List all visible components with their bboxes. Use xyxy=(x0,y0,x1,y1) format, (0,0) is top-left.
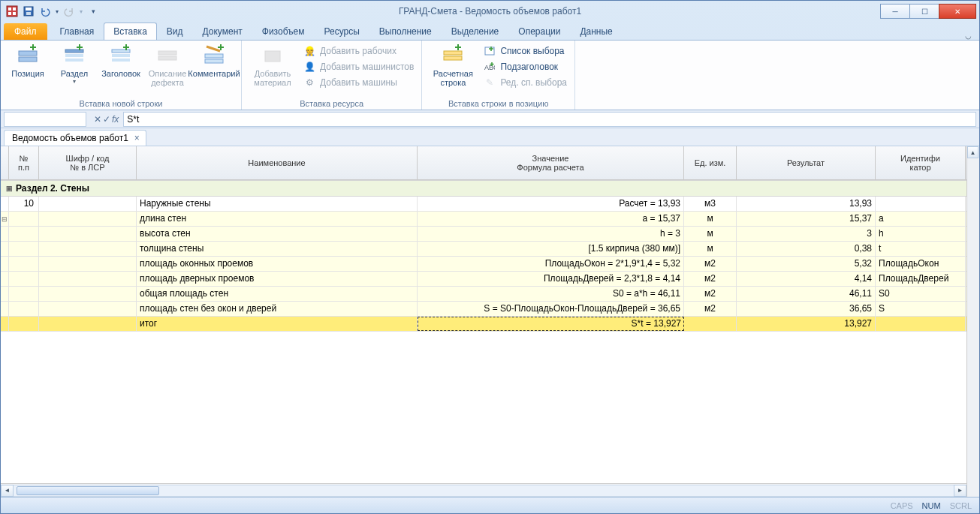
cancel-formula-icon[interactable]: ✕ xyxy=(94,114,101,125)
insert-position-button[interactable]: Позиция xyxy=(5,42,50,80)
document-tab[interactable]: Ведомость объемов работ1 × xyxy=(4,130,146,146)
status-caps: CAPS xyxy=(891,501,913,510)
undo-dropdown-icon[interactable]: ▾ xyxy=(53,3,61,20)
close-button[interactable]: ✕ xyxy=(939,4,976,19)
expand-icon[interactable] xyxy=(1,197,9,211)
scroll-right-icon[interactable]: ► xyxy=(954,485,966,497)
vertical-scrollbar[interactable]: ▲ xyxy=(966,146,979,497)
close-tab-icon[interactable]: × xyxy=(134,133,140,143)
col-value[interactable]: ЗначениеФормула расчета xyxy=(418,146,684,179)
tab-data[interactable]: Данные xyxy=(570,23,622,40)
col-id[interactable]: Идентификатор xyxy=(876,146,966,179)
status-num: NUM xyxy=(922,501,941,510)
app-window: ▾ ▾ ▾ ГРАНД-Смета - Ведомость объемов ра… xyxy=(0,0,980,514)
horizontal-scrollbar[interactable]: ◄ ► xyxy=(1,483,966,497)
group-insert-row: Позиция Раздел ▾ Заголовок Описание дефе… xyxy=(1,41,242,110)
svg-rect-20 xyxy=(205,59,223,63)
fx-icon[interactable]: fx xyxy=(112,114,119,125)
svg-rect-4 xyxy=(13,12,16,15)
add-machinists-button: 👤Добавить машинистов xyxy=(300,59,417,74)
scroll-up-icon[interactable]: ▲ xyxy=(967,146,978,158)
table-row[interactable]: толщина стены [1.5 кирпича (380 мм)] м 0… xyxy=(1,242,966,257)
table-row[interactable]: 10 Наружные стены Расчет = 13,93 м3 13,9… xyxy=(1,197,966,212)
tab-execution[interactable]: Выполнение xyxy=(369,23,442,40)
calc-row-icon xyxy=(441,44,465,68)
edit-list-icon: ✎ xyxy=(484,77,496,89)
table-row[interactable]: площадь дверных проемов ПлощадьДверей = … xyxy=(1,272,966,287)
statusbar: CAPS NUM SCRL xyxy=(1,497,979,513)
maximize-button[interactable]: ☐ xyxy=(909,4,939,19)
svg-rect-8 xyxy=(19,51,37,56)
add-machines-button: ⚙Добавить машины xyxy=(300,75,417,90)
tab-insert[interactable]: Вставка xyxy=(104,23,157,40)
subheader-icon: ABC xyxy=(484,61,496,73)
workers-icon: 👷 xyxy=(303,45,315,57)
svg-rect-16 xyxy=(112,59,130,62)
col-name[interactable]: Наименование xyxy=(137,146,418,179)
scroll-left-icon[interactable]: ◄ xyxy=(1,485,14,497)
ribbon-tabs: Файл Главная Вставка Вид Документ Физобъ… xyxy=(1,22,979,40)
svg-rect-14 xyxy=(112,50,130,53)
svg-rect-12 xyxy=(65,54,83,57)
table-row-selected[interactable]: итог S*t = 13,927 13,927 xyxy=(1,317,966,332)
tab-selection[interactable]: Выделение xyxy=(442,23,509,40)
edit-list-button: ✎Ред. сп. выбора xyxy=(481,75,570,90)
section-row[interactable]: ▣ Раздел 2. Стены xyxy=(1,180,966,197)
ribbon: Позиция Раздел ▾ Заголовок Описание дефе… xyxy=(1,40,979,110)
group-label: Вставка новой строки xyxy=(5,98,237,110)
tab-phys[interactable]: Физобъем xyxy=(252,23,315,40)
table-row[interactable]: площадь оконных проемов ПлощадьОкон = 2*… xyxy=(1,257,966,272)
col-code[interactable]: Шифр / код№ в ЛСР xyxy=(39,146,137,179)
svg-rect-23 xyxy=(444,56,462,60)
tab-resources[interactable]: Ресурсы xyxy=(315,23,369,40)
table-row[interactable]: ⊟ длина стен a = 15,37 м 15,37 a xyxy=(1,212,966,227)
svg-rect-18 xyxy=(158,56,176,60)
table-row[interactable]: высота стен h = 3 м 3 h xyxy=(1,227,966,242)
svg-rect-9 xyxy=(19,57,37,62)
name-box[interactable] xyxy=(4,112,86,127)
subheader-button[interactable]: ABCПодзаголовок xyxy=(481,59,570,74)
choice-list-button[interactable]: Список выбора xyxy=(481,44,570,59)
file-tab[interactable]: Файл xyxy=(4,23,47,40)
tab-operations[interactable]: Операции xyxy=(508,23,570,40)
material-icon xyxy=(261,44,285,68)
table-row[interactable]: площадь стен без окон и дверей S = S0-Пл… xyxy=(1,302,966,317)
qat-customize-icon[interactable]: ▾ xyxy=(85,3,101,20)
col-result[interactable]: Результат xyxy=(737,146,876,179)
minimize-button[interactable]: ─ xyxy=(880,4,910,19)
app-icon[interactable] xyxy=(4,3,20,20)
scroll-thumb[interactable] xyxy=(17,486,159,495)
document-tabs: Ведомость объемов работ1 × xyxy=(1,128,979,146)
svg-rect-15 xyxy=(112,54,130,57)
col-unit[interactable]: Ед. изм. xyxy=(684,146,737,179)
svg-rect-13 xyxy=(65,59,83,62)
ribbon-collapse-icon[interactable]: ◡ xyxy=(965,32,972,40)
collapse-icon[interactable]: ▣ xyxy=(5,185,13,192)
tab-document[interactable]: Документ xyxy=(193,23,252,40)
svg-rect-3 xyxy=(8,12,11,15)
formula-input[interactable] xyxy=(123,112,976,127)
undo-icon[interactable] xyxy=(37,3,53,20)
svg-rect-22 xyxy=(444,51,462,55)
table-row[interactable]: общая площадь стен S0 = a*h = 46,11 м2 4… xyxy=(1,287,966,302)
active-cell[interactable]: S*t = 13,927 xyxy=(418,317,684,331)
insert-section-button[interactable]: Раздел ▾ xyxy=(52,42,97,86)
plus-row-icon xyxy=(16,44,40,68)
insert-header-button[interactable]: Заголовок xyxy=(98,42,143,80)
col-num[interactable]: №п.п xyxy=(9,146,39,179)
group-label: Вставка строки в позицию xyxy=(427,98,570,110)
calc-row-button[interactable]: Расчетная строка xyxy=(427,42,479,89)
insert-comment-button[interactable]: Комментарий xyxy=(191,42,237,80)
svg-rect-19 xyxy=(205,54,223,58)
redo-dropdown-icon[interactable]: ▾ xyxy=(77,3,85,20)
window-controls: ─ ☐ ✕ xyxy=(881,4,976,19)
tab-home[interactable]: Главная xyxy=(50,23,104,40)
redo-icon[interactable] xyxy=(61,3,77,20)
tab-view[interactable]: Вид xyxy=(157,23,193,40)
machinists-icon: 👤 xyxy=(303,61,315,73)
group-label: Вставка ресурса xyxy=(246,98,417,110)
grid-body[interactable]: ▣ Раздел 2. Стены 10 Наружные стены Расч… xyxy=(1,180,966,483)
defect-icon xyxy=(155,44,179,68)
accept-formula-icon[interactable]: ✓ xyxy=(103,114,110,125)
save-icon[interactable] xyxy=(20,3,37,20)
